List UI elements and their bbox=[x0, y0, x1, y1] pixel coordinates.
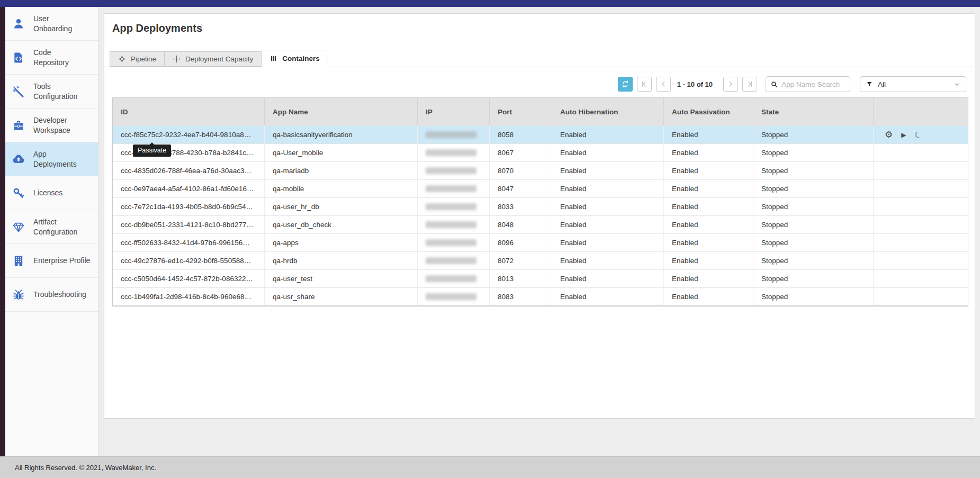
funnel-icon bbox=[866, 80, 873, 88]
passivate-tooltip: Passivate bbox=[133, 145, 171, 157]
first-page-icon bbox=[640, 80, 649, 88]
cell-actions: ⚙▶☾Passivate bbox=[873, 126, 968, 143]
cell-auto-hibernation: Enabled bbox=[552, 270, 663, 287]
redacted-ip bbox=[426, 257, 476, 264]
cell-app-name: qa-user_db_check bbox=[264, 216, 417, 233]
cell-auto-hibernation: Enabled bbox=[552, 198, 663, 215]
column-header-ip: IP bbox=[417, 98, 489, 125]
cell-auto-passivation: Enabled bbox=[663, 180, 753, 197]
table-row[interactable]: ccc-4835d026-788f-46ea-a76d-30aac3…qa-ma… bbox=[113, 161, 968, 179]
cell-auto-passivation: Enabled bbox=[663, 234, 753, 251]
table-header-row: IDApp NameIPPortAuto HibernationAuto Pas… bbox=[113, 98, 968, 125]
sidebar-item-user-onboarding[interactable]: User Onboarding bbox=[5, 7, 98, 41]
cell-auto-passivation: Enabled bbox=[663, 126, 753, 143]
cell-actions bbox=[873, 180, 968, 197]
cell-id: ccc-49c27876-ed1c-4292-b0f8-550588… bbox=[113, 252, 264, 269]
redacted-ip bbox=[426, 275, 476, 282]
chevron-right-icon bbox=[726, 80, 735, 88]
sidebar-item-label: Troubleshooting bbox=[33, 290, 86, 300]
sidebar-item-label: Artifact Configuration bbox=[33, 217, 77, 237]
tab-label: Pipeline bbox=[131, 55, 156, 63]
cell-ip bbox=[417, 162, 489, 179]
cell-auto-hibernation: Enabled bbox=[552, 252, 663, 269]
cell-actions bbox=[873, 252, 968, 269]
sidebar-item-label: Code Repository bbox=[33, 48, 69, 68]
sidebar-item-tools-configuration[interactable]: Tools Configuration bbox=[5, 75, 98, 109]
user-icon bbox=[12, 17, 25, 30]
first-page-button[interactable] bbox=[637, 77, 652, 92]
cell-auto-passivation: Enabled bbox=[663, 144, 753, 161]
cell-port: 8033 bbox=[489, 198, 552, 215]
sidebar-item-label: Licenses bbox=[33, 188, 62, 198]
sidebar-item-troubleshooting[interactable]: Troubleshooting bbox=[5, 278, 98, 312]
cloud-upload-icon bbox=[12, 153, 25, 166]
cell-auto-passivation: Enabled bbox=[663, 270, 753, 287]
sidebar-item-artifact-configuration[interactable]: Artifact Configuration bbox=[5, 210, 98, 244]
tab-containers[interactable]: Containers bbox=[262, 50, 328, 67]
sidebar-item-enterprise-profile[interactable]: Enterprise Profile bbox=[5, 244, 98, 278]
bug-icon bbox=[12, 288, 25, 301]
cell-port: 8058 bbox=[489, 126, 552, 143]
passivate-moon-icon[interactable]: ☾ bbox=[914, 130, 923, 140]
tab-pipeline[interactable]: Pipeline bbox=[110, 51, 165, 67]
redacted-ip bbox=[426, 203, 476, 210]
cell-state: Stopped bbox=[753, 216, 873, 233]
building-icon bbox=[12, 255, 25, 267]
move-arrows-icon bbox=[173, 55, 181, 63]
cell-port: 8096 bbox=[489, 234, 552, 251]
chevron-down-icon bbox=[954, 81, 960, 88]
refresh-icon bbox=[621, 80, 630, 88]
sidebar-nav: User OnboardingCode RepositoryTools Conf… bbox=[5, 7, 98, 312]
cell-auto-hibernation: Enabled bbox=[552, 216, 663, 233]
cell-ip bbox=[417, 234, 489, 251]
cell-auto-hibernation: Enabled bbox=[552, 234, 663, 251]
table-row[interactable]: ccc-0e97aea4-a5af-4102-86a1-fd60e16…qa-m… bbox=[113, 179, 968, 197]
table-row[interactable]: ccc-ff502633-8432-41d4-97b6-996156…qa-ap… bbox=[113, 233, 968, 251]
last-page-button[interactable] bbox=[742, 77, 757, 92]
cell-id: ccc-c5050d64-1452-4c57-872b-086322… bbox=[113, 270, 264, 287]
tab-deployment-capacity[interactable]: Deployment Capacity bbox=[165, 51, 262, 67]
table-row[interactable]: ccc-db9be051-2331-4121-8c10-8bd277…qa-us… bbox=[113, 215, 968, 233]
sidebar-item-label: Developer Workspace bbox=[33, 115, 70, 136]
table-row[interactable]: ccc-7e72c1da-4193-4b05-b8d0-6b9c54…qa-us… bbox=[113, 197, 968, 215]
chevron-left-icon bbox=[659, 80, 668, 88]
cell-id: ccc-4835d026-788f-46ea-a76d-30aac3… bbox=[113, 162, 264, 179]
sidebar-item-label: Enterprise Profile bbox=[33, 256, 90, 266]
cell-state: Stopped bbox=[753, 252, 873, 269]
cell-auto-hibernation: Enabled bbox=[552, 144, 663, 161]
column-header-auto-hibernation: Auto Hibernation bbox=[552, 98, 663, 125]
cell-auto-passivation: Enabled bbox=[663, 288, 753, 305]
table-row[interactable]: ccc-49c27876-ed1c-4292-b0f8-550588…qa-hr… bbox=[113, 251, 968, 269]
tab-label: Containers bbox=[282, 55, 320, 62]
sidebar-item-developer-workspace[interactable]: Developer Workspace bbox=[5, 109, 98, 142]
cell-actions bbox=[873, 270, 968, 287]
code-repository-icon bbox=[12, 51, 25, 64]
next-page-button[interactable] bbox=[723, 77, 738, 92]
magic-wand-icon bbox=[12, 85, 25, 98]
cell-auto-passivation: Enabled bbox=[663, 252, 753, 269]
sidebar-item-app-deployments[interactable]: App Deployments bbox=[5, 142, 98, 176]
refresh-button[interactable] bbox=[618, 77, 633, 92]
cell-actions bbox=[873, 144, 968, 161]
cell-id: ccc-ff502633-8432-41d4-97b6-996156… bbox=[113, 234, 264, 251]
cell-actions bbox=[873, 216, 968, 233]
settings-icon[interactable]: ⚙ bbox=[885, 130, 893, 139]
tab-bar: PipelineDeployment CapacityContainers bbox=[104, 50, 975, 67]
previous-page-button[interactable] bbox=[656, 77, 671, 92]
cell-auto-hibernation: Enabled bbox=[552, 126, 663, 143]
footer: All Rights Reserved. © 2021, WaveMaker, … bbox=[0, 456, 980, 478]
top-nav-bar bbox=[0, 0, 980, 7]
table-row[interactable]: ccc-f85c75c2-9232-4ee7-b404-9810a8…qa-ba… bbox=[113, 125, 968, 143]
sidebar-item-code-repository[interactable]: Code Repository bbox=[5, 41, 98, 75]
redacted-ip bbox=[426, 131, 476, 138]
table-row[interactable]: ccc-385aa5ab-3788-4230-b78a-b2841c…qa-Us… bbox=[113, 143, 968, 161]
cell-auto-passivation: Enabled bbox=[663, 216, 753, 233]
play-icon[interactable]: ▶ bbox=[901, 132, 906, 138]
cell-state: Stopped bbox=[753, 162, 873, 179]
app-name-search-input[interactable] bbox=[781, 80, 846, 88]
cell-ip bbox=[417, 144, 489, 161]
sidebar-item-licenses[interactable]: Licenses bbox=[5, 176, 98, 210]
filter-dropdown[interactable]: All bbox=[860, 76, 966, 92]
table-row[interactable]: ccc-c5050d64-1452-4c57-872b-086322…qa-us… bbox=[113, 269, 968, 287]
table-row[interactable]: ccc-1b499fa1-2d98-416b-8c4b-960e68…qa-us… bbox=[113, 287, 968, 305]
